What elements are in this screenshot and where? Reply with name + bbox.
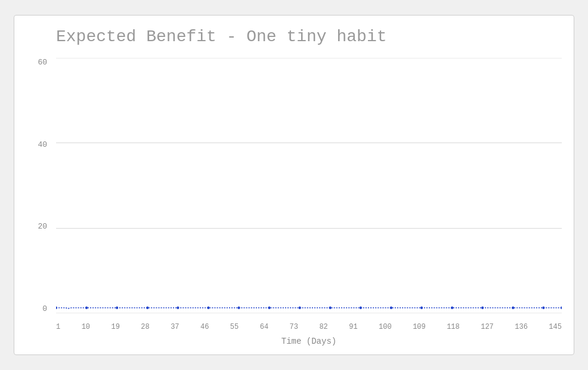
svg-point-9 [207, 306, 209, 309]
chart-container: Expected Benefit - One tiny habit 60 40 … [14, 15, 574, 355]
svg-point-5 [85, 306, 88, 309]
x-label-10: 10 [82, 323, 90, 331]
svg-point-8 [177, 306, 179, 309]
x-label-136: 136 [515, 323, 528, 331]
x-label-46: 46 [200, 323, 209, 331]
x-axis-labels: 1 10 19 28 37 46 55 64 73 82 91 100 109 … [56, 323, 562, 331]
data-line [56, 308, 562, 309]
x-label-91: 91 [349, 323, 357, 331]
x-label-73: 73 [290, 323, 298, 331]
y-label-0: 0 [23, 304, 47, 313]
x-label-1: 1 [56, 323, 60, 331]
svg-point-16 [420, 306, 423, 309]
chart-svg [56, 58, 562, 313]
svg-point-17 [451, 306, 453, 309]
x-label-28: 28 [141, 323, 149, 331]
svg-point-6 [116, 306, 118, 309]
y-label-20: 20 [23, 222, 47, 231]
svg-point-15 [390, 306, 392, 309]
svg-point-13 [329, 306, 332, 309]
x-label-127: 127 [481, 323, 494, 331]
x-label-118: 118 [447, 323, 460, 331]
x-label-109: 109 [413, 323, 426, 331]
svg-point-10 [237, 306, 240, 309]
x-axis-title: Time (Days) [56, 337, 562, 346]
svg-point-18 [481, 306, 484, 309]
chart-title: Expected Benefit - One tiny habit [56, 27, 562, 46]
svg-point-11 [268, 306, 271, 309]
y-label-60: 60 [23, 58, 47, 67]
svg-point-14 [360, 306, 362, 309]
svg-point-12 [299, 306, 301, 309]
x-label-64: 64 [260, 323, 268, 331]
svg-point-20 [542, 306, 544, 309]
x-label-19: 19 [111, 323, 119, 331]
y-axis-labels: 60 40 20 0 [23, 58, 47, 313]
svg-point-4 [56, 306, 57, 309]
x-label-145: 145 [549, 323, 562, 331]
svg-point-19 [512, 306, 514, 309]
x-label-55: 55 [230, 323, 239, 331]
svg-point-21 [561, 306, 562, 309]
y-label-40: 40 [23, 140, 47, 149]
svg-point-7 [146, 306, 148, 309]
x-label-37: 37 [171, 323, 179, 331]
x-label-100: 100 [379, 323, 392, 331]
x-label-82: 82 [319, 323, 327, 331]
chart-area: 60 40 20 0 [56, 58, 562, 313]
